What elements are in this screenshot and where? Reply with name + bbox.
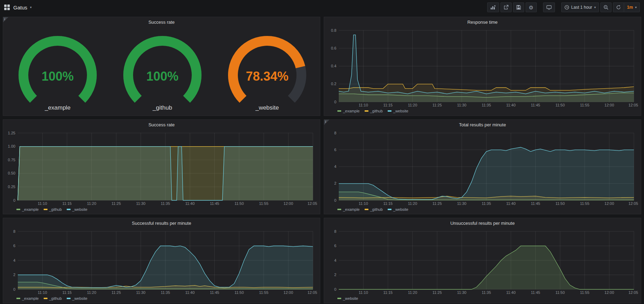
svg-text:11:50: 11:50 xyxy=(555,201,565,206)
legend-item-_example[interactable]: _example xyxy=(337,109,360,113)
svg-text:11:15: 11:15 xyxy=(62,290,72,295)
gauge-label: _website xyxy=(255,104,279,111)
legend-item-_website[interactable]: _website xyxy=(67,296,87,301)
svg-text:11:50: 11:50 xyxy=(234,290,244,295)
zoom-out-button[interactable] xyxy=(600,2,612,12)
tv-mode-button[interactable] xyxy=(543,2,555,12)
legend-swatch xyxy=(337,298,341,299)
panel-title[interactable]: Success rate xyxy=(3,17,320,27)
svg-text:11:40: 11:40 xyxy=(506,103,516,107)
legend-item-_website[interactable]: _website xyxy=(388,109,408,113)
panel-title[interactable]: Response time xyxy=(324,17,641,27)
svg-text:12:05: 12:05 xyxy=(628,103,638,107)
svg-text:11:40: 11:40 xyxy=(506,290,516,295)
svg-text:12:00: 12:00 xyxy=(284,201,293,206)
legend-swatch xyxy=(67,298,71,299)
chart-canvas: 0246811:1011:1511:2011:2511:3011:3511:40… xyxy=(326,129,639,206)
svg-text:11:35: 11:35 xyxy=(482,290,491,295)
panel-info-icon[interactable]: i xyxy=(324,120,329,125)
legend-swatch xyxy=(44,298,47,299)
share-button[interactable] xyxy=(500,2,512,12)
svg-text:12:05: 12:05 xyxy=(307,201,317,206)
svg-text:11:35: 11:35 xyxy=(482,103,491,107)
legend-item-_website[interactable]: _website xyxy=(337,296,358,301)
successful-results-chart: 0246811:1011:1511:2011:2511:3011:3511:40… xyxy=(5,228,318,295)
save-button[interactable] xyxy=(513,2,524,12)
panel-info-icon[interactable]: i xyxy=(3,17,8,22)
refresh-interval-label: 1m xyxy=(627,5,633,10)
svg-text:12:00: 12:00 xyxy=(605,201,614,206)
svg-text:11:25: 11:25 xyxy=(432,103,442,107)
panel-title[interactable]: Successful results per minute xyxy=(3,218,320,228)
settings-button[interactable]: ⚙ xyxy=(526,2,536,12)
svg-text:11:30: 11:30 xyxy=(457,103,467,107)
navbar-left: Gatus ▾ xyxy=(4,5,32,10)
time-range-button[interactable]: Last 1 hour ▾ xyxy=(561,2,599,12)
save-icon xyxy=(516,5,521,10)
gauge-label: _example xyxy=(45,104,71,111)
panel-title[interactable]: Success rate xyxy=(3,120,320,129)
svg-text:11:30: 11:30 xyxy=(136,201,146,206)
svg-text:11:55: 11:55 xyxy=(580,290,590,295)
legend-label: _example xyxy=(343,109,360,113)
legend-swatch xyxy=(16,298,20,299)
svg-text:11:20: 11:20 xyxy=(408,290,417,295)
response-time-chart: 00.20.40.60.811:1011:1511:2011:2511:3011… xyxy=(326,27,639,108)
legend-item-_github[interactable]: _github xyxy=(365,207,383,212)
svg-text:4: 4 xyxy=(334,258,336,262)
svg-text:2: 2 xyxy=(334,273,336,277)
svg-text:100%: 100% xyxy=(146,69,178,83)
panel-title[interactable]: Total results per minute xyxy=(324,120,641,129)
svg-text:11:50: 11:50 xyxy=(555,290,565,295)
svg-text:11:35: 11:35 xyxy=(482,201,491,206)
refresh-button[interactable] xyxy=(613,2,624,12)
svg-text:11:45: 11:45 xyxy=(210,290,219,295)
svg-text:11:20: 11:20 xyxy=(87,201,96,206)
panel-successful-results: Successful results per minute 0246811:10… xyxy=(3,218,320,303)
svg-text:11:25: 11:25 xyxy=(111,201,121,206)
svg-text:0: 0 xyxy=(13,198,15,202)
svg-text:11:35: 11:35 xyxy=(161,290,170,295)
svg-text:2: 2 xyxy=(13,273,15,277)
dashboard-icon[interactable] xyxy=(4,5,10,10)
panel-response-time: Response time 00.20.40.60.811:1011:1511:… xyxy=(324,17,641,116)
gauge-_github: 100%_github xyxy=(110,32,215,111)
legend-label: _github xyxy=(370,109,383,113)
panel-total-results: i Total results per minute 0246811:1011:… xyxy=(324,119,641,214)
svg-text:11:55: 11:55 xyxy=(580,103,590,107)
total-results-chart: 0246811:1011:1511:2011:2511:3011:3511:40… xyxy=(326,129,639,206)
gauge-_website: 78.34%_website xyxy=(215,32,320,111)
chart-canvas: 0246811:1011:1511:2011:2511:3011:3511:40… xyxy=(5,228,318,295)
gear-icon: ⚙ xyxy=(529,5,533,10)
legend-label: _example xyxy=(343,207,360,212)
legend-swatch xyxy=(365,110,368,112)
refresh-interval-button[interactable]: 1m ▾ xyxy=(624,2,640,12)
svg-text:8: 8 xyxy=(13,229,15,233)
svg-text:0.50: 0.50 xyxy=(8,171,15,175)
legend-item-_example[interactable]: _example xyxy=(337,207,360,212)
svg-text:12:00: 12:00 xyxy=(605,290,614,295)
legend-item-_github[interactable]: _github xyxy=(365,109,383,113)
dashboard-title[interactable]: Gatus xyxy=(13,5,27,10)
panel-title[interactable]: Unsuccessful results per minute xyxy=(324,218,641,228)
dashboard-grid: i Success rate 100%_example100%_github78… xyxy=(0,15,644,303)
legend-item-_github[interactable]: _github xyxy=(44,207,62,212)
legend-item-_example[interactable]: _example xyxy=(16,296,39,301)
svg-text:11:35: 11:35 xyxy=(161,201,170,206)
legend-item-_github[interactable]: _github xyxy=(44,296,62,301)
svg-text:11:45: 11:45 xyxy=(531,201,540,206)
legend-item-_website[interactable]: _website xyxy=(388,207,408,212)
legend-label: _website xyxy=(72,207,87,212)
svg-text:11:30: 11:30 xyxy=(457,201,467,206)
chart-legend: _example_github_website xyxy=(326,206,639,213)
add-panel-button[interactable] xyxy=(487,2,499,12)
legend-swatch xyxy=(337,110,341,112)
svg-text:12:00: 12:00 xyxy=(284,290,293,295)
navbar-actions: ⚙ Last 1 hour ▾ xyxy=(487,2,640,12)
svg-text:6: 6 xyxy=(334,148,336,152)
legend-item-_example[interactable]: _example xyxy=(16,207,39,212)
legend-item-_website[interactable]: _website xyxy=(67,207,87,212)
legend-label: _example xyxy=(22,296,39,301)
svg-text:8: 8 xyxy=(334,131,336,135)
svg-text:11:45: 11:45 xyxy=(531,103,540,107)
